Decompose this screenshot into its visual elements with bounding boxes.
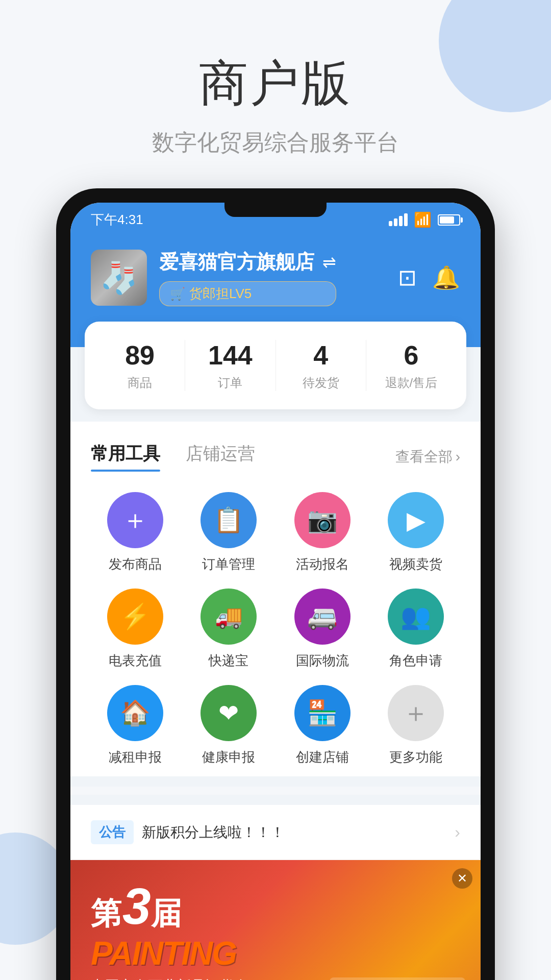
tool-publish-product[interactable]: ＋ 发布商品	[91, 492, 180, 573]
promo-banner[interactable]: 第 3 届 PAINTING 中国义乌画业新品订货会 ✕ 线下展会 2021.8…	[70, 860, 481, 980]
express-icon: 🚚	[201, 589, 257, 645]
status-icons: 📶	[389, 211, 460, 228]
status-time: 下午4:31	[91, 211, 143, 229]
tool-express[interactable]: 🚚 快递宝	[185, 589, 273, 670]
signal-icon	[389, 213, 408, 226]
publish-product-label: 发布商品	[109, 555, 162, 573]
banner-number: 3	[122, 880, 151, 932]
store-actions: ⊡ 🔔	[398, 264, 460, 291]
more-icon: ＋	[388, 685, 444, 741]
tool-order-manage[interactable]: 📋 订单管理	[185, 492, 273, 573]
tool-electric-recharge[interactable]: ⚡ 电表充值	[91, 589, 180, 670]
electric-recharge-icon: ⚡	[107, 589, 163, 645]
video-sell-label: 视频卖货	[389, 555, 442, 573]
announcement-arrow-icon: ›	[455, 823, 460, 842]
stat-pending[interactable]: 4 待发货	[276, 340, 366, 391]
phone-frame: 下午4:31 📶	[56, 188, 495, 980]
stat-pending-label: 待发货	[276, 375, 366, 391]
store-name-row: 爱喜猫官方旗舰店 ⇌	[159, 249, 336, 275]
tab-store-operations[interactable]: 店铺运营	[186, 442, 255, 472]
stat-orders[interactable]: 144 订单	[185, 340, 276, 391]
banner-suffix: 届	[151, 893, 183, 935]
order-manage-label: 订单管理	[202, 555, 255, 573]
level-badge: 🛒 货郎担LV5	[159, 281, 336, 306]
tool-activity-signup[interactable]: 📷 活动报名	[278, 492, 367, 573]
rent-reduce-icon: 🏠	[107, 685, 163, 741]
phone-wrapper: 下午4:31 📶	[0, 188, 551, 980]
avatar	[91, 250, 147, 306]
phone-screen: 下午4:31 📶	[70, 203, 481, 980]
tool-rent-reduce[interactable]: 🏠 减租申报	[91, 685, 180, 766]
tabs-row: 常用工具 店铺运营 查看全部 ›	[91, 442, 460, 472]
tools-section: 常用工具 店铺运营 查看全部 › ＋ 发布商品	[70, 422, 481, 776]
bell-icon[interactable]: 🔔	[432, 264, 460, 291]
stat-products-label: 商品	[95, 375, 185, 391]
store-info: 爱喜猫官方旗舰店 ⇌ 🛒 货郎担LV5 ⊡ 🔔	[91, 249, 460, 306]
role-apply-label: 角色申请	[389, 652, 442, 670]
battery-icon	[438, 214, 460, 226]
stat-orders-label: 订单	[185, 375, 275, 391]
page-title: 商户版	[0, 51, 551, 117]
chevron-right-icon: ›	[456, 449, 460, 465]
view-all-button[interactable]: 查看全部 ›	[395, 447, 460, 467]
store-name: 爱喜猫官方旗舰店	[159, 249, 314, 275]
create-store-icon: 🏪	[294, 685, 350, 741]
banner-title: 第 3 届	[91, 880, 460, 935]
tool-grid: ＋ 发布商品 📋 订单管理 📷 活动报名	[91, 492, 460, 766]
stat-pending-value: 4	[276, 340, 366, 371]
stat-products[interactable]: 89 商品	[95, 340, 185, 391]
announcement-bar[interactable]: 公告 新版积分上线啦！！！ ›	[70, 805, 481, 860]
tool-create-store[interactable]: 🏪 创建店铺	[278, 685, 367, 766]
page-subtitle: 数字化贸易综合服务平台	[0, 128, 551, 158]
create-store-label: 创建店铺	[296, 748, 349, 766]
badge-icon: 🛒	[170, 287, 185, 301]
tool-video-sell[interactable]: ▶ 视频卖货	[372, 492, 461, 573]
stat-orders-value: 144	[185, 340, 275, 371]
activity-signup-icon: 📷	[294, 492, 350, 548]
publish-product-icon: ＋	[107, 492, 163, 548]
tool-more[interactable]: ＋ 更多功能	[372, 685, 461, 766]
badge-text: 货郎担LV5	[189, 285, 252, 303]
health-report-label: 健康申报	[202, 748, 255, 766]
stats-card: 89 商品 144 订单 4 待发货 6 退款/售后	[85, 322, 466, 409]
banner-painting-text: PAINTING	[91, 935, 460, 972]
scan-icon[interactable]: ⊡	[398, 264, 417, 291]
tab-common-tools[interactable]: 常用工具	[91, 442, 160, 472]
more-label: 更多功能	[389, 748, 442, 766]
store-left: 爱喜猫官方旗舰店 ⇌ 🛒 货郎担LV5	[91, 249, 336, 306]
video-sell-icon: ▶	[388, 492, 444, 548]
health-report-icon: ❤	[201, 685, 257, 741]
tool-health-report[interactable]: ❤ 健康申报	[185, 685, 273, 766]
wifi-icon: 📶	[414, 211, 432, 228]
banner-close-button[interactable]: ✕	[452, 868, 472, 889]
avatar-image	[91, 250, 147, 306]
stat-refund[interactable]: 6 退款/售后	[366, 340, 456, 391]
phone-notch	[224, 203, 327, 217]
express-label: 快递宝	[209, 652, 248, 670]
stat-refund-value: 6	[366, 340, 456, 371]
switch-icon[interactable]: ⇌	[322, 253, 336, 272]
stat-products-value: 89	[95, 340, 185, 371]
order-manage-icon: 📋	[201, 492, 257, 548]
tool-role-apply[interactable]: 👥 角色申请	[372, 589, 461, 670]
banner-event-info: 线下展会 2021.8.8-10日	[330, 977, 465, 980]
banner-prefix: 第	[91, 893, 122, 935]
announcement-tag: 公告	[91, 820, 134, 844]
role-apply-icon: 👥	[388, 589, 444, 645]
activity-signup-label: 活动报名	[296, 555, 349, 573]
page-header: 商户版 数字化贸易综合服务平台	[0, 0, 551, 188]
rent-reduce-label: 减租申报	[109, 748, 162, 766]
stat-refund-label: 退款/售后	[366, 375, 456, 391]
intl-logistics-label: 国际物流	[296, 652, 349, 670]
tool-intl-logistics[interactable]: 🚐 国际物流	[278, 589, 367, 670]
intl-logistics-icon: 🚐	[294, 589, 350, 645]
announcement-text: 新版积分上线啦！！！	[142, 823, 446, 842]
store-details: 爱喜猫官方旗舰店 ⇌ 🛒 货郎担LV5	[159, 249, 336, 306]
section-divider	[70, 787, 481, 795]
electric-recharge-label: 电表充值	[109, 652, 162, 670]
